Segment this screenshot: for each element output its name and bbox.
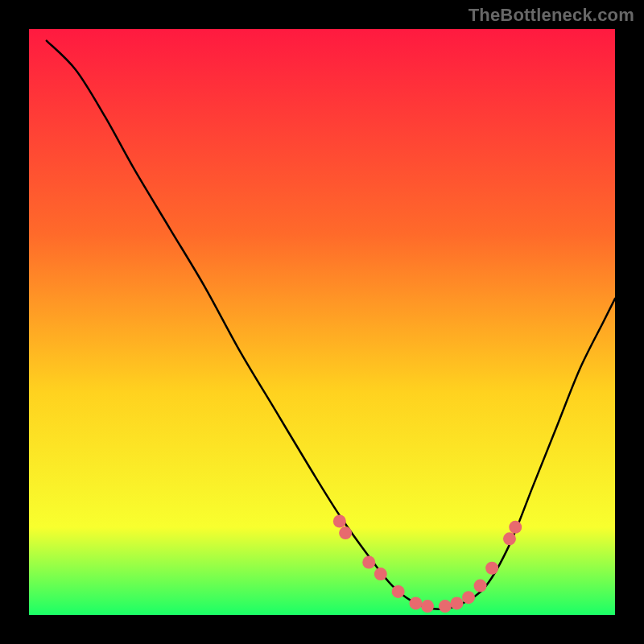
marker-dot — [392, 585, 405, 598]
marker-dot — [462, 591, 475, 604]
bottleneck-chart — [0, 0, 644, 644]
marker-dot — [362, 555, 375, 568]
marker-dot — [333, 515, 346, 528]
marker-dot — [485, 562, 498, 575]
chart-frame: TheBottleneck.com — [0, 0, 644, 644]
marker-dot — [339, 526, 352, 539]
marker-dot — [409, 597, 422, 609]
marker-dot — [374, 568, 387, 580]
marker-dot — [474, 580, 487, 592]
marker-dot — [509, 521, 522, 534]
marker-dot — [503, 532, 516, 545]
plot-background — [29, 29, 615, 615]
marker-dot — [421, 600, 434, 613]
marker-dot — [439, 600, 452, 613]
marker-dot — [450, 597, 463, 609]
watermark-text: TheBottleneck.com — [469, 5, 634, 26]
